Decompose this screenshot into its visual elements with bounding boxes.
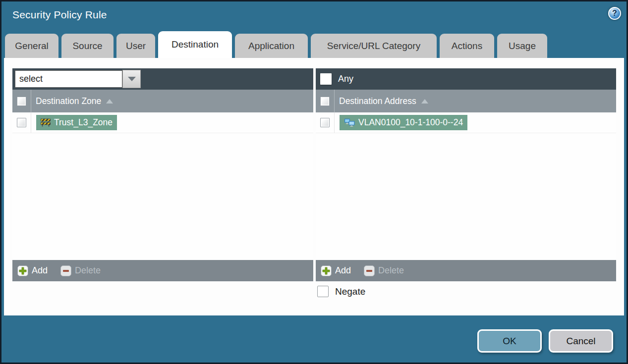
address-add-label: Add — [335, 265, 351, 276]
zone-filter-combo — [15, 70, 141, 88]
zone-barrier-icon — [41, 118, 51, 127]
security-policy-rule-dialog: Security Policy Rule ? General Source Us… — [1, 1, 627, 363]
cancel-button[interactable]: Cancel — [549, 329, 613, 353]
tab-destination[interactable]: Destination — [158, 31, 232, 58]
tab-application[interactable]: Application — [235, 34, 308, 58]
address-panel-topbar: Any — [316, 68, 616, 90]
destination-zone-panel: Destination Zone — [12, 68, 313, 281]
sort-ascending-icon[interactable] — [106, 99, 113, 104]
zone-filter-dropdown-button[interactable] — [122, 70, 141, 88]
negate-label: Negate — [335, 286, 365, 297]
negate-option: Negate — [317, 286, 365, 297]
any-checkbox[interactable] — [320, 73, 332, 85]
zone-toolbar: Add Delete — [12, 260, 313, 281]
zone-add-label: Add — [32, 265, 48, 276]
address-row-checkbox-cell — [316, 112, 335, 133]
zone-row[interactable]: Trust_L3_Zone — [12, 112, 313, 133]
tab-usage[interactable]: Usage — [497, 34, 547, 58]
address-column-header-row: Destination Address — [316, 90, 616, 112]
ok-button[interactable]: OK — [477, 329, 542, 353]
any-label: Any — [338, 74, 353, 84]
zone-delete-label: Delete — [75, 265, 101, 276]
dialog-title: Security Policy Rule — [12, 9, 107, 21]
sort-ascending-icon[interactable] — [421, 99, 428, 104]
tab-actions[interactable]: Actions — [440, 34, 494, 58]
help-icon[interactable]: ? — [608, 7, 621, 20]
zone-filter-input[interactable] — [15, 70, 122, 88]
negate-checkbox[interactable] — [317, 286, 329, 297]
zone-row-checkbox-cell — [12, 112, 31, 133]
zone-panel-topbar — [12, 68, 313, 90]
address-list: VLAN0100_10-1-100-0--24 — [316, 112, 616, 260]
destination-address-panel: Any Destination Address — [316, 68, 616, 281]
delete-minus-icon — [60, 265, 71, 276]
address-toolbar: Add Delete — [316, 260, 616, 281]
destination-tab-content: Destination Zone — [4, 58, 624, 315]
zone-select-all-checkbox[interactable] — [17, 97, 26, 106]
address-item-chip[interactable]: VLAN0100_10-1-100-0--24 — [340, 115, 467, 130]
address-row[interactable]: VLAN0100_10-1-100-0--24 — [316, 112, 616, 133]
address-select-all-checkbox[interactable] — [320, 97, 330, 106]
address-header-checkbox-cell — [316, 90, 335, 112]
add-plus-icon — [321, 265, 332, 276]
address-column-header-label[interactable]: Destination Address — [339, 96, 416, 106]
address-row-checkbox[interactable] — [320, 118, 330, 127]
zone-row-checkbox[interactable] — [17, 118, 26, 127]
tab-source[interactable]: Source — [61, 34, 114, 58]
address-item-label: VLAN0100_10-1-100-0--24 — [358, 117, 463, 128]
zone-item-chip[interactable]: Trust_L3_Zone — [36, 115, 117, 130]
zone-add-button[interactable]: Add — [17, 265, 48, 276]
tab-general[interactable]: General — [5, 34, 58, 58]
network-address-icon — [344, 118, 355, 127]
tab-bar: General Source User Destination Applicat… — [5, 31, 547, 58]
address-delete-label: Delete — [378, 265, 404, 276]
address-delete-button[interactable]: Delete — [364, 265, 404, 276]
zone-item-label: Trust_L3_Zone — [54, 117, 113, 128]
zone-header-checkbox-cell — [12, 90, 31, 112]
zone-list: Trust_L3_Zone — [12, 112, 313, 260]
zone-column-header-row: Destination Zone — [12, 90, 313, 112]
tab-service-url-category[interactable]: Service/URL Category — [311, 34, 437, 58]
address-add-button[interactable]: Add — [321, 265, 351, 276]
delete-minus-icon — [364, 265, 375, 276]
chevron-down-icon — [128, 77, 136, 81]
add-plus-icon — [17, 265, 28, 276]
zone-delete-button[interactable]: Delete — [60, 265, 101, 276]
tab-user[interactable]: User — [116, 34, 155, 58]
any-option: Any — [320, 73, 353, 85]
zone-column-header-label[interactable]: Destination Zone — [36, 96, 101, 106]
